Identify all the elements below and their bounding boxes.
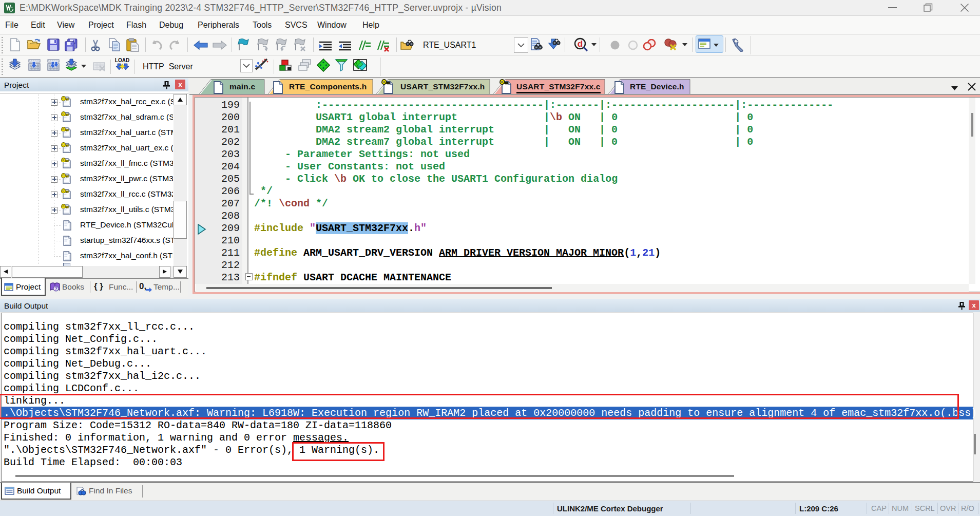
svg-text:LOAD: LOAD [115, 58, 129, 63]
svg-text:?: ? [54, 286, 57, 292]
svg-text:d: d [578, 39, 583, 49]
